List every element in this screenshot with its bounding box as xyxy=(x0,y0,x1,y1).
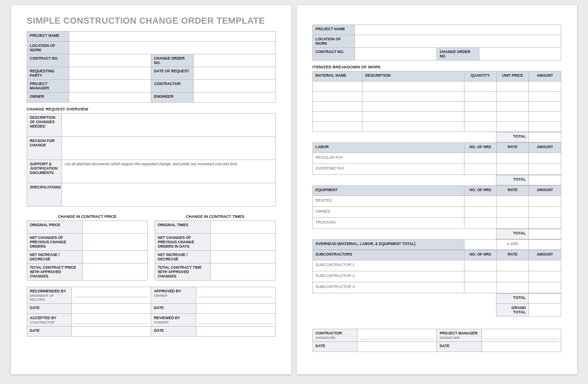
col-amount: AMOUNT xyxy=(529,71,561,82)
subcontractors-total: TOTAL GRAND TOTAL xyxy=(312,293,561,316)
field-total-price[interactable] xyxy=(82,263,148,281)
field-engineer[interactable] xyxy=(193,92,275,103)
label-sig-contractor: CONTRACTOR SIGNATURE xyxy=(313,329,358,342)
field-support-docs[interactable]: List all attached documents which suppor… xyxy=(62,160,276,183)
field-sig-pm-date[interactable] xyxy=(482,342,561,352)
field-reviewed[interactable] xyxy=(196,314,275,327)
field-location-2[interactable] xyxy=(355,35,561,48)
table-row[interactable]: REGULAR PAY xyxy=(313,153,561,164)
label-total-labor: TOTAL xyxy=(496,175,529,185)
field-requesting-party[interactable] xyxy=(69,67,151,80)
table-row[interactable] xyxy=(313,92,561,102)
field-change-order-no-2[interactable] xyxy=(479,48,561,60)
table-row[interactable]: RENTED xyxy=(313,196,561,207)
table-row[interactable] xyxy=(313,102,561,112)
field-sig-pm[interactable] xyxy=(482,329,561,342)
field-total-times[interactable] xyxy=(210,263,276,281)
page-1: SIMPLE CONSTRUCTION CHANGE ORDER TEMPLAT… xyxy=(11,5,291,374)
field-project-name[interactable] xyxy=(69,32,276,42)
field-reviewed-date[interactable] xyxy=(196,327,275,337)
overview-table: DESCRIPTION OF CHANGES NEEDED REASON FOR… xyxy=(27,113,276,206)
label-approved: APPROVED BY OWNER xyxy=(151,287,196,304)
col-rate-e: RATE xyxy=(496,186,529,196)
field-accepted-date[interactable] xyxy=(72,327,151,337)
label-sig-pm: PROJECT MANAGER SIGNATURE xyxy=(437,329,482,342)
field-total-materials[interactable] xyxy=(529,132,561,142)
field-project-manager[interactable] xyxy=(69,80,151,92)
label-total-times: TOTAL CONTRACT TIME WITH APPROVED CHANGE… xyxy=(155,263,211,281)
field-original-times[interactable] xyxy=(210,221,276,234)
label-original-times: ORIGINAL TIMES xyxy=(155,221,211,234)
label-recommended: RECOMMENDED BY ENGINEER OF RECORD xyxy=(27,287,72,304)
table-row[interactable]: TRUCKING xyxy=(313,218,561,229)
field-net-prev-times[interactable] xyxy=(210,234,276,251)
table-row[interactable]: SUBCONTRACTOR 2 xyxy=(313,271,561,282)
field-date-of-request[interactable] xyxy=(193,67,275,80)
label-total-materials: TOTAL xyxy=(496,132,529,142)
col-amount-l: AMOUNT xyxy=(529,143,561,153)
field-accepted[interactable] xyxy=(72,314,151,327)
label-owner: OWNER xyxy=(27,92,69,103)
field-approved[interactable] xyxy=(196,287,275,304)
label-overhead: OVERHEAD (MATERIAL, LABOR, & EQUIPMENT T… xyxy=(313,240,464,250)
table-row[interactable] xyxy=(313,122,561,132)
label-contract-no: CONTRACT NO. xyxy=(27,54,69,67)
field-change-order-no[interactable] xyxy=(193,54,275,67)
label-support-docs: SUPPORT & JUSTIFICATION DOCUMENTS xyxy=(27,160,62,183)
table-row[interactable] xyxy=(313,82,561,92)
label-equipment: EQUIPMENT xyxy=(313,186,464,196)
col-rate: RATE xyxy=(496,143,529,153)
label-accepted-date: DATE xyxy=(27,327,72,337)
field-sig-contractor-date[interactable] xyxy=(358,342,437,352)
field-grand-total[interactable] xyxy=(529,304,561,316)
field-original-price[interactable] xyxy=(82,221,148,234)
field-contract-no-2[interactable] xyxy=(355,48,437,60)
overhead-pct: x 15% xyxy=(496,240,529,250)
table-row[interactable]: OVERTIME PAY xyxy=(313,164,561,175)
label-date-of-request: DATE OF REQUEST xyxy=(151,67,193,80)
field-project-name-2[interactable] xyxy=(355,25,561,35)
signatures-table-1: RECOMMENDED BY ENGINEER OF RECORD APPROV… xyxy=(27,287,276,337)
heading-change-times: CHANGE IN CONTRACT TIMES xyxy=(155,214,276,219)
field-location[interactable] xyxy=(69,42,276,54)
materials-total: TOTAL xyxy=(312,132,561,142)
field-reason[interactable] xyxy=(62,137,276,160)
field-recommended[interactable] xyxy=(72,287,151,304)
field-contractor[interactable] xyxy=(193,80,275,92)
field-net-incdec-price[interactable] xyxy=(82,251,148,263)
label-engineer: ENGINEER xyxy=(151,92,193,103)
col-unit: UNIT PRICE xyxy=(496,71,529,82)
label-labor: LABOR xyxy=(313,143,464,153)
project-header-table: PROJECT NAME LOCATION OF WORK CONTRACT N… xyxy=(27,31,276,103)
field-overhead-amount[interactable] xyxy=(529,240,561,250)
label-reviewed: REVIEWED BY FUNDER xyxy=(151,314,196,327)
field-net-incdec-times[interactable] xyxy=(210,251,276,263)
labor-table: LABOR NO. OF HRS RATE AMOUNT REGULAR PAY… xyxy=(312,142,561,175)
label-location-2: LOCATION OF WORK xyxy=(313,35,355,48)
label-total-sub: TOTAL xyxy=(496,294,529,304)
col-rate-s: RATE xyxy=(496,250,529,260)
field-specifications[interactable] xyxy=(62,183,276,206)
field-total-labor[interactable] xyxy=(529,175,561,185)
table-row[interactable]: OWNED xyxy=(313,207,561,218)
field-overhead-base[interactable] xyxy=(464,240,496,250)
field-owner[interactable] xyxy=(69,92,151,103)
field-total-equipment[interactable] xyxy=(529,229,561,239)
field-contract-no[interactable] xyxy=(69,54,151,67)
field-approved-date[interactable] xyxy=(196,304,275,314)
table-row[interactable]: SUBCONTRACTOR 3 xyxy=(313,282,561,293)
label-desc-changes: DESCRIPTION OF CHANGES NEEDED xyxy=(27,114,62,137)
field-net-prev-price[interactable] xyxy=(82,234,148,251)
label-net-prev-price: NET CHANGES OF PREVIOUS CHANGE ORDERS xyxy=(27,234,83,251)
table-row[interactable]: SUBCONTRACTOR 1 xyxy=(313,260,561,271)
table-row[interactable] xyxy=(313,112,561,122)
section-itemized: ITEMIZED BREAKDOWN OF WORK xyxy=(312,65,561,69)
field-recommended-date[interactable] xyxy=(72,304,151,314)
field-total-sub[interactable] xyxy=(529,294,561,304)
label-reason: REASON FOR CHANGE xyxy=(27,137,62,160)
field-sig-contractor[interactable] xyxy=(358,329,437,342)
col-no-hrs: NO. OF HRS xyxy=(464,143,496,153)
col-no-hrs-e: NO. OF HRS xyxy=(464,186,496,196)
label-total-equipment: TOTAL xyxy=(496,229,529,239)
field-desc-changes[interactable] xyxy=(62,114,276,137)
